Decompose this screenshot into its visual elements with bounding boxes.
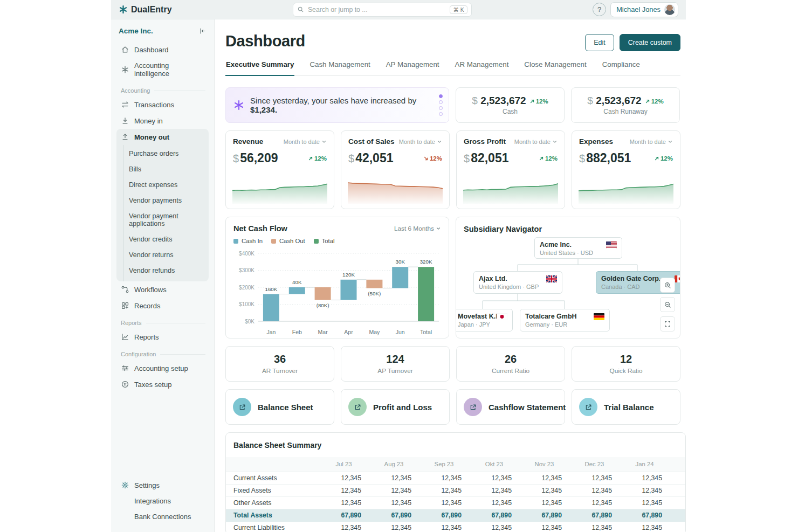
sidebar-item-vendor-refunds[interactable]: Vendor refunds	[124, 262, 209, 278]
section-label: Reports	[121, 320, 142, 326]
org-node-ajax[interactable]: Ajax Ltd.United Kingdom · GBP	[473, 271, 562, 294]
insight-amount: $1,234.	[250, 105, 277, 114]
insight-text: Since yesterday, your sales have increas…	[250, 96, 432, 114]
carousel-dot[interactable]	[439, 106, 443, 110]
sidebar-item-integrations[interactable]: Integrations	[116, 493, 209, 509]
sidebar-item-money-out[interactable]: Money out	[116, 129, 209, 145]
org-node-acme[interactable]: Acme Inc.United States · USD	[534, 237, 622, 259]
sidebar-item-settings[interactable]: Settings	[116, 477, 209, 493]
table-row-total-assets: Total Assets67,89067,89067,89067,89067,8…	[226, 509, 686, 521]
sidebar-item-accounting-intelligence[interactable]: Accounting intelligence	[116, 58, 209, 81]
create-custom-button[interactable]: Create custom	[620, 34, 680, 51]
subsidiary-name: Acme Inc.	[540, 241, 617, 248]
charts-row: Net Cash Flow Last 6 Months Cash InCash …	[225, 217, 680, 338]
org-node-movefast[interactable]: Movefast K.K.Japan · JPY	[456, 309, 513, 331]
sidebar-item-vendor-payment-applications[interactable]: Vendor payment applications	[124, 208, 209, 231]
metric-value: $882,051	[579, 151, 631, 165]
sidebar-item-bills[interactable]: Bills	[124, 161, 209, 177]
report-link-cashflow-statement[interactable]: Cashflow Statement	[456, 389, 565, 425]
app-window: DualEntry Search or jump to ... ⌘ K ? Mi…	[111, 0, 686, 532]
help-button[interactable]: ?	[593, 3, 606, 16]
metric-card-revenue[interactable]: RevenueMonth to date $56,209 12%	[225, 130, 334, 209]
row-value: 12,345	[319, 472, 369, 484]
sidebar-item-direct-expenses[interactable]: Direct expenses	[124, 177, 209, 192]
waterfall-chart: $0K$100K$200K$300K$400K160KJan40KFeb(80K…	[233, 246, 442, 338]
edit-button[interactable]: Edit	[585, 34, 614, 51]
tab-executive-summary[interactable]: Executive Summary	[225, 60, 294, 76]
sidebar-footer: SettingsIntegrationsBank Connections	[116, 477, 209, 524]
carousel-dot[interactable]	[439, 94, 443, 98]
stat-card-quick-ratio: 12Quick Ratio	[572, 346, 680, 382]
tab-ar-management[interactable]: AR Management	[455, 60, 510, 76]
org-name[interactable]: Acme Inc.	[119, 27, 153, 35]
row-value: 12,345	[469, 521, 519, 532]
period-selector[interactable]: Month to date	[514, 139, 558, 145]
sidebar-nav: DashboardAccounting intelligenceAccounti…	[116, 42, 209, 392]
sidebar-item-vendor-payments[interactable]: Vendor payments	[124, 192, 209, 208]
sidebar-item-money-in[interactable]: Money in	[116, 113, 209, 129]
period-selector[interactable]: Month to date	[399, 139, 442, 145]
metric-card-gross-profit[interactable]: Gross ProfitMonth to date $82,051 12%	[456, 130, 565, 209]
svg-text:Feb: Feb	[292, 329, 302, 335]
row-value: 67,890	[369, 509, 419, 521]
cash-card-cash-runaway[interactable]: $ 2,523,672 12%Cash Runaway	[571, 87, 680, 123]
sidebar-item-reports[interactable]: Reports	[116, 329, 209, 345]
sparkline-chart	[579, 165, 673, 204]
avatar	[664, 4, 675, 15]
tab-ap-management[interactable]: AP Management	[386, 60, 440, 76]
sparkle-icon	[233, 100, 244, 110]
svg-text:320K: 320K	[420, 259, 432, 265]
period-selector[interactable]: Month to date	[630, 139, 673, 145]
sidebar-group-money-out: Money outPurchase ordersBillsDirect expe…	[116, 129, 209, 281]
user-menu[interactable]: Michael Jones	[610, 2, 678, 17]
sidebar-item-accounting-setup[interactable]: Accounting setup	[116, 360, 209, 376]
sidebar-item-taxes-setup[interactable]: Taxes setup	[116, 376, 209, 392]
period-selector[interactable]: Last 6 Months	[394, 225, 441, 232]
trend-up-icon	[654, 156, 659, 161]
carousel-dot[interactable]	[439, 100, 443, 104]
metric-card-cost-of-sales[interactable]: Cost of SalesMonth to date $42,051 12%	[341, 130, 450, 209]
sidebar-collapse-icon[interactable]	[198, 27, 207, 35]
sidebar-item-records[interactable]: Records	[116, 298, 209, 314]
tab-compliance[interactable]: Compliance	[602, 60, 641, 76]
sparkline-chart	[463, 165, 558, 204]
sidebar-item-transactions[interactable]: Transactions	[116, 96, 209, 113]
sidebar-item-dashboard[interactable]: Dashboard	[116, 42, 209, 58]
report-link-balance-sheet[interactable]: Balance Sheet	[225, 389, 334, 425]
balance-sheet-panel: Balance Sheet Summary Jul 23Aug 23Sep 23…	[225, 432, 686, 532]
row-value: 12,345	[519, 484, 569, 496]
metric-trend: 12%	[654, 155, 673, 162]
metric-card-expenses[interactable]: ExpensesMonth to date $882,051 12%	[572, 130, 680, 209]
sidebar-item-bank-connections[interactable]: Bank Connections	[116, 509, 209, 524]
sidebar-item-purchase-orders[interactable]: Purchase orders	[124, 146, 209, 161]
metric-title: Revenue	[233, 137, 263, 146]
zoom-out-button[interactable]	[660, 297, 675, 312]
sidebar-item-vendor-credits[interactable]: Vendor credits	[124, 231, 209, 247]
sidebar-item-vendor-returns[interactable]: Vendor returns	[124, 247, 209, 262]
fullscreen-button[interactable]	[660, 316, 675, 331]
row-label: Fixed Assets	[226, 484, 319, 496]
table-col-jan-24: Jan 24	[620, 457, 670, 472]
tab-close-management[interactable]: Close Management	[524, 60, 587, 76]
org-node-totalcare[interactable]: Totalcare GmbHGermany · EUR	[520, 309, 610, 331]
row-value: 12,345	[469, 496, 519, 509]
insight-banner[interactable]: Since yesterday, your sales have increas…	[225, 87, 449, 123]
carousel-dots	[439, 94, 443, 116]
app-logo[interactable]: DualEntry	[119, 5, 172, 15]
report-link-trial-balance[interactable]: Trial Balance	[572, 389, 680, 425]
report-link-profit-and-loss[interactable]: Profit and Loss	[341, 389, 450, 425]
period-selector[interactable]: Month to date	[284, 139, 327, 145]
zoom-in-button[interactable]	[660, 278, 675, 293]
tab-cash-management[interactable]: Cash Management	[309, 60, 370, 76]
chevron-down-icon	[321, 139, 327, 144]
sidebar-section-accounting: Accounting	[121, 87, 205, 94]
search-input[interactable]: Search or jump to ... ⌘ K	[293, 3, 472, 17]
carousel-dot[interactable]	[439, 112, 443, 116]
cash-card-cash[interactable]: $ 2,523,672 12%Cash	[456, 87, 565, 123]
table-col-sep-23: Sep 23	[419, 457, 469, 472]
report-link-label: Trial Balance	[604, 403, 654, 412]
sidebar-item-workflows[interactable]: Workflows	[116, 281, 209, 298]
chevron-down-icon	[668, 139, 673, 144]
row-value: 12,345	[519, 496, 569, 509]
row-label: Current Liabilities	[226, 521, 319, 532]
